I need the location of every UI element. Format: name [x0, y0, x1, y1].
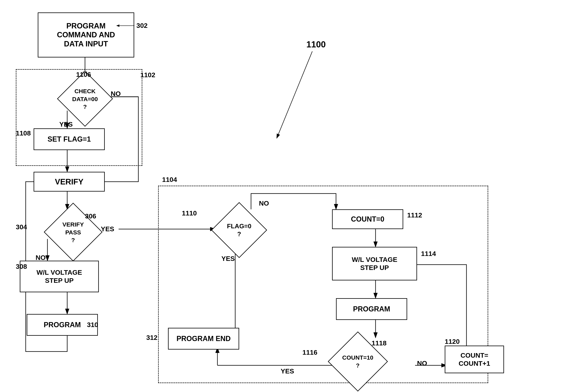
verify-box: VERIFY — [34, 172, 105, 191]
check-data-diamond-container: CHECK DATA=00 ? — [39, 77, 130, 120]
label-1108: 1108 — [16, 129, 31, 137]
label-1102: 1102 — [140, 71, 155, 79]
label-308: 308 — [16, 263, 27, 270]
program-end-box: PROGRAM END — [168, 328, 239, 350]
label-304: 304 — [16, 223, 27, 231]
label-310: 310 — [87, 321, 98, 329]
wl-voltage-left-box: W/L VOLTAGE STEP UP — [20, 261, 99, 292]
label-1100: 1100 — [306, 39, 326, 49]
label-1112: 1112 — [407, 211, 422, 219]
program-right-box: PROGRAM — [336, 298, 407, 320]
count-10-no: NO — [417, 359, 427, 367]
count-10-yes: YES — [281, 367, 294, 375]
set-flag-box: SET FLAG=1 — [34, 128, 105, 150]
check-data-diamond — [57, 71, 113, 127]
verify-pass-diamond — [44, 203, 103, 261]
label-1120: 1120 — [445, 338, 460, 345]
check-data-yes: YES — [59, 120, 73, 128]
count-plus1-box: COUNT= COUNT+1 — [445, 346, 504, 373]
svg-line-20 — [277, 51, 312, 138]
verify-pass-no: NO — [36, 254, 46, 261]
count-10-diamond-container: COUNT=10 ? — [312, 338, 403, 385]
count-zero-box: COUNT=0 — [332, 209, 403, 229]
program-input-box: PROGRAM COMMAND AND DATA INPUT — [38, 12, 134, 57]
label-302: 302 — [136, 22, 148, 29]
label-1114: 1114 — [421, 250, 436, 257]
diagram-container: PROGRAM COMMAND AND DATA INPUT 302 1102 … — [0, 0, 573, 392]
wl-voltage-right-box: W/L VOLTAGE STEP UP — [332, 247, 417, 280]
label-1106: 1106 — [76, 71, 91, 78]
label-312: 312 — [146, 334, 158, 341]
label-306: 306 — [85, 212, 96, 220]
label-1118: 1118 — [372, 339, 387, 347]
label-1104: 1104 — [162, 176, 177, 184]
label-1116: 1116 — [303, 349, 317, 356]
check-data-no: NO — [111, 90, 121, 98]
verify-pass-yes: YES — [101, 225, 114, 233]
